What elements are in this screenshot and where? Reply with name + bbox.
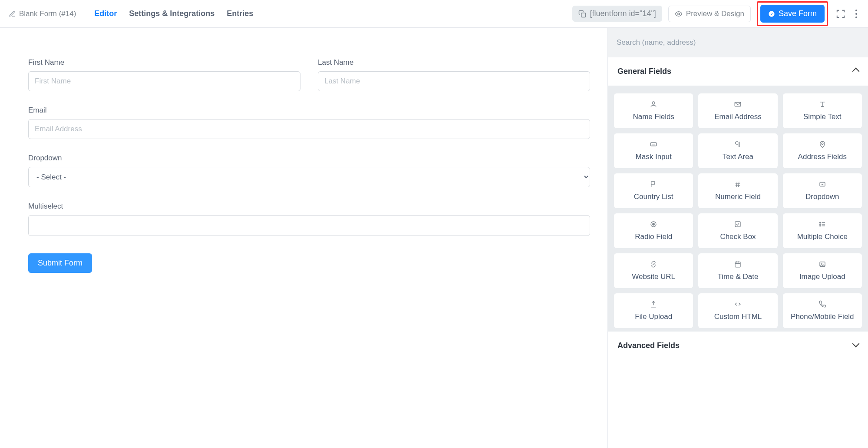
field-card-time-date[interactable]: Time & Date [698,253,777,288]
svg-rect-8 [650,143,657,146]
field-card-simple-text[interactable]: Simple Text [783,93,862,128]
svg-rect-10 [820,183,825,186]
field-card-label: Check Box [720,232,756,241]
general-fields-body: Name FieldsEmail AddressSimple TextMask … [608,86,868,332]
field-card-email-address[interactable]: Email Address [698,93,777,128]
field-card-country-list[interactable]: Country List [614,173,693,208]
advanced-fields-header[interactable]: Advanced Fields [608,332,868,360]
svg-point-5 [855,17,857,18]
check-circle-icon [768,10,775,17]
save-label: Save Form [779,9,817,18]
calendar-icon [733,260,742,268]
field-grid: Name FieldsEmail AddressSimple TextMask … [614,93,862,328]
sidebar-search-input[interactable] [617,36,859,50]
upload-icon [649,300,658,308]
link-icon [649,260,658,268]
form-title-group[interactable]: Blank Form (#14) [9,10,76,18]
pencil-icon [9,10,16,17]
field-card-numeric-field[interactable]: Numeric Field [698,173,777,208]
field-card-check-box[interactable]: Check Box [698,213,777,248]
field-card-website-url[interactable]: Website URL [614,253,693,288]
chevron-down-icon [853,341,858,350]
field-card-label: Numeric Field [715,192,761,201]
caret-box-icon [818,180,827,188]
field-card-dropdown[interactable]: Dropdown [783,173,862,208]
preview-label: Preview & Design [686,10,744,18]
copy-icon [578,10,586,18]
tab-entries[interactable]: Entries [227,9,253,18]
svg-rect-17 [735,262,740,267]
radio-icon [649,220,658,228]
email-group: Email [28,106,590,139]
name-row: First Name Last Name [28,58,590,91]
field-card-label: Website URL [632,272,675,281]
preview-design-button[interactable]: Preview & Design [668,6,751,22]
field-card-radio-field[interactable]: Radio Field [614,213,693,248]
first-name-group: First Name [28,58,300,91]
chevron-up-icon [853,67,858,76]
fields-sidebar: General Fields Name FieldsEmail AddressS… [607,28,868,448]
field-card-label: Name Fields [633,113,674,121]
field-card-label: Custom HTML [714,312,762,321]
dropdown-group: Dropdown - Select - [28,154,590,187]
flag-icon [649,180,658,188]
email-input[interactable] [28,119,590,139]
first-name-label: First Name [28,58,300,67]
eye-icon [675,10,683,18]
user-icon [649,100,658,108]
more-menu-button[interactable] [853,7,859,20]
field-card-label: Phone/Mobile Field [791,312,854,321]
svg-point-9 [822,143,823,145]
top-bar-left: Blank Form (#14) Editor Settings & Integ… [9,9,253,18]
svg-point-16 [819,226,820,226]
shortcode-text: [fluentform id="14"] [590,9,656,18]
svg-rect-13 [735,222,740,227]
last-name-input[interactable] [318,71,590,91]
last-name-group: Last Name [318,58,590,91]
general-fields-header[interactable]: General Fields [608,57,868,86]
field-card-label: File Upload [635,312,672,321]
field-card-text-area[interactable]: Text Area [698,133,777,168]
svg-point-1 [678,13,680,15]
field-card-label: Simple Text [803,113,842,121]
field-card-multiple-choice[interactable]: Multiple Choice [783,213,862,248]
form-canvas: First Name Last Name Email Dropdown - Se… [0,28,607,448]
fullscreen-button[interactable] [834,7,847,20]
first-name-input[interactable] [28,71,300,91]
check-icon [733,220,742,228]
form-title-text: Blank Form (#14) [19,10,76,18]
field-card-name-fields[interactable]: Name Fields [614,93,693,128]
submit-form-button[interactable]: Submit Form [28,253,92,273]
field-card-label: Dropdown [805,192,839,201]
mail-icon [733,100,742,108]
field-card-mask-input[interactable]: Mask Input [614,133,693,168]
save-button-highlight: Save Form [757,1,828,26]
phone-icon [818,300,827,308]
field-card-phone-mobile-field[interactable]: Phone/Mobile Field [783,293,862,328]
tab-settings[interactable]: Settings & Integrations [129,9,215,18]
shortcode-box[interactable]: [fluentform id="14"] [572,6,662,22]
svg-point-12 [653,223,655,226]
tab-editor[interactable]: Editor [94,9,117,18]
list-icon [818,220,827,228]
field-card-custom-html[interactable]: Custom HTML [698,293,777,328]
field-card-address-fields[interactable]: Address Fields [783,133,862,168]
image-icon [818,260,827,268]
field-card-label: Text Area [723,153,753,161]
text-icon [818,100,827,108]
header-tabs: Editor Settings & Integrations Entries [94,9,253,18]
top-bar-right: [fluentform id="14"] Preview & Design Sa… [572,1,859,26]
svg-point-6 [652,102,655,104]
field-card-file-upload[interactable]: File Upload [614,293,693,328]
field-card-image-upload[interactable]: Image Upload [783,253,862,288]
hash-icon [733,180,742,188]
save-form-button[interactable]: Save Form [760,5,825,23]
svg-point-19 [821,263,822,264]
code-icon [733,300,742,308]
field-card-label: Mask Input [636,153,672,161]
field-card-label: Image Upload [799,272,845,281]
multiselect-input[interactable] [28,215,590,236]
dropdown-label: Dropdown [28,154,590,163]
dropdown-select[interactable]: - Select - [28,167,590,187]
advanced-fields-title: Advanced Fields [617,341,680,350]
